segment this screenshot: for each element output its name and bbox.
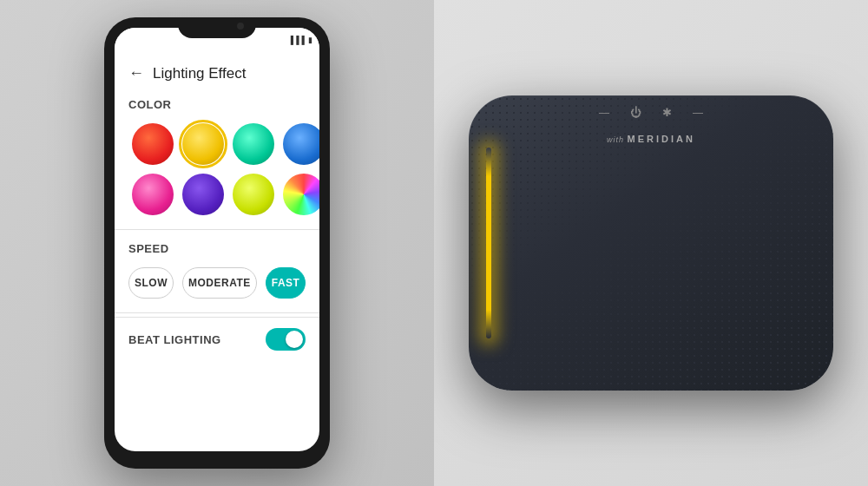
color-dot-red[interactable] [132,123,174,165]
color-dot-lime[interactable] [233,174,274,215]
meridian-brand: with with MERIDIAN MERIDIAN [607,134,695,144]
phone-shell: ▐▐▐ ▮ ← Lighting Effect COLOR [104,17,330,469]
divider-2 [115,312,319,313]
speaker-top-bar: — ⏻ ✱ — [521,106,781,119]
back-button[interactable]: ← [128,64,144,82]
speed-section-label: SPEED [115,233,319,260]
color-dot-purple[interactable] [182,174,224,215]
speed-buttons: SLOW MODERATE FAST [115,260,319,309]
app-header: ← Lighting Effect [115,52,319,89]
power-icon: ⏻ [630,106,641,119]
color-dot-multi[interactable] [283,174,319,215]
speaker-body: — ⏻ ✱ — with with MERIDIAN MERIDIAN [469,95,833,391]
battery-icon: ▮ [308,36,312,44]
beat-section: BEAT LIGHTING [115,317,319,361]
color-dot-teal[interactable] [233,123,274,165]
plus-icon: — [693,107,703,119]
beat-lighting-label: BEAT LIGHTING [128,333,221,346]
phone-notch [178,17,256,38]
page-title: Lighting Effect [153,65,246,82]
status-icons: ▐▐▐ ▮ [288,36,312,44]
app-content: ← Lighting Effect COLOR [115,52,319,451]
color-dot-blue[interactable] [283,123,319,165]
speaker-container: — ⏻ ✱ — with with MERIDIAN MERIDIAN [451,43,851,443]
speaker-light-strip [486,148,491,338]
right-section: — ⏻ ✱ — with with MERIDIAN MERIDIAN [434,0,868,486]
speed-slow-button[interactable]: SLOW [128,267,174,299]
minus-icon: — [599,107,609,119]
divider-1 [115,229,319,230]
speed-fast-button[interactable]: FAST [266,267,306,299]
color-dot-yellow[interactable] [182,123,224,165]
speed-moderate-button[interactable]: MODERATE [182,267,257,299]
left-section: ▐▐▐ ▮ ← Lighting Effect COLOR [0,0,434,486]
signal-icon: ▐▐▐ [288,36,305,44]
bluetooth-icon: ✱ [662,106,672,119]
color-dot-pink[interactable] [132,174,174,215]
beat-lighting-toggle[interactable] [266,328,306,351]
phone-screen: ▐▐▐ ▮ ← Lighting Effect COLOR [115,28,319,451]
color-grid [115,116,319,226]
color-section-label: COLOR [115,89,319,116]
